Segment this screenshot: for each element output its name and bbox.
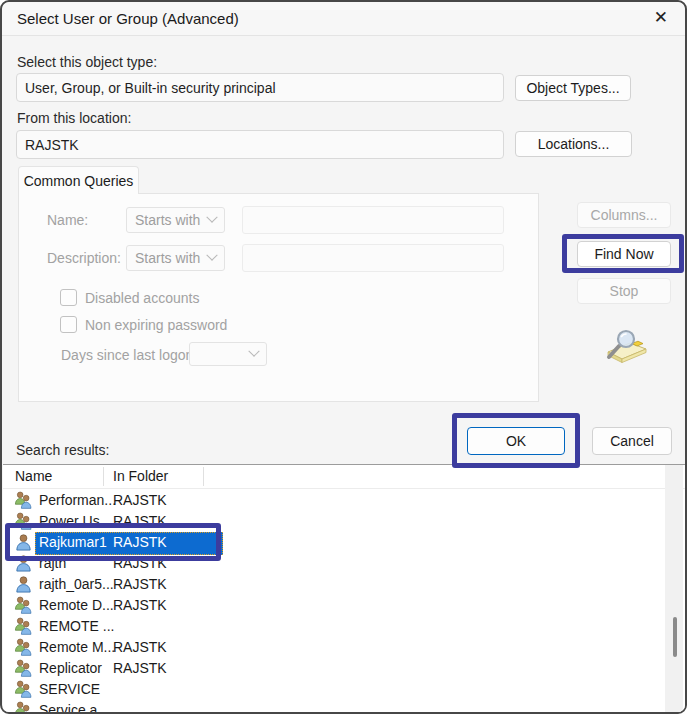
row-folder: RAJSTK [113,513,167,529]
close-icon[interactable]: ✕ [654,8,668,28]
ok-button[interactable]: OK [467,427,565,455]
select-user-group-advanced-dialog: Select User or Group (Advanced) ✕ Select… [0,0,687,714]
chevron-down-icon [206,250,217,261]
table-row[interactable]: rajth RAJSTK [3,553,666,574]
search-results-label: Search results: [16,442,109,458]
scrollbar-thumb[interactable] [673,617,677,657]
row-folder: RAJSTK [113,534,167,550]
object-type-field[interactable]: User, Group, or Built-in security princi… [16,73,504,102]
row-name: Remote M... [39,639,115,655]
table-row[interactable]: Replicator RAJSTK [3,658,666,679]
row-name: REMOTE ... [39,618,114,634]
row-name: Power Us... [39,513,111,529]
group-icon [14,595,33,615]
object-types-button[interactable]: Object Types... [515,75,631,101]
tab-common-queries[interactable]: Common Queries [18,166,139,194]
group-icon [14,700,33,714]
object-type-label: Select this object type: [17,54,157,70]
locations-button[interactable]: Locations... [515,131,632,157]
description-input[interactable] [242,244,504,272]
group-icon [14,511,33,531]
titlebar: Select User or Group (Advanced) ✕ [2,2,685,36]
search-magnifier-icon [602,328,650,365]
scrollbar-track[interactable] [665,465,683,714]
results-listview: Name In Folder Performan... RAJSTK [3,464,686,714]
results-header: Name In Folder [3,465,686,489]
table-row[interactable]: REMOTE ... [3,616,666,637]
description-label: Description: [47,250,121,266]
chevron-down-icon [248,346,259,357]
user-icon [14,553,33,573]
disabled-accounts-label: Disabled accounts [85,290,199,306]
column-divider[interactable] [103,467,104,486]
common-queries-panel: Name: Starts with Description: Starts wi… [18,193,539,402]
stop-button[interactable]: Stop [577,278,671,304]
chevron-down-icon [206,212,217,223]
row-name: Replicator [39,660,102,676]
columns-button[interactable]: Columns... [577,202,671,228]
table-row[interactable]: Remote M... RAJSTK [3,637,666,658]
table-row[interactable]: SERVICE [3,679,666,700]
table-row[interactable]: Performan... RAJSTK [3,490,666,511]
group-icon [14,616,33,636]
column-header-name[interactable]: Name [15,468,52,484]
table-row[interactable]: Remote D... RAJSTK [3,595,666,616]
row-name: Performan... [39,492,116,508]
description-operator-select[interactable]: Starts with [126,245,225,271]
user-icon [14,574,33,594]
row-name: SERVICE [39,681,100,697]
results-list: Performan... RAJSTK Power Us... RAJSTK [3,490,666,714]
window-title: Select User or Group (Advanced) [17,10,239,27]
disabled-accounts-checkbox[interactable] [60,289,77,306]
cancel-button[interactable]: Cancel [592,427,672,455]
user-icon [14,532,33,552]
table-row[interactable]: rajth_0ar5... RAJSTK [3,574,666,595]
row-folder: RAJSTK [113,639,167,655]
group-icon [14,490,33,510]
group-icon [14,658,33,678]
group-icon [14,637,33,657]
row-name: rajth_0ar5... [39,576,114,592]
column-divider[interactable] [203,467,204,486]
object-type-value: User, Group, or Built-in security princi… [25,80,276,96]
row-name: rajth [39,555,66,571]
name-operator-select[interactable]: Starts with [126,207,225,233]
location-value: RAJSTK [25,137,79,153]
description-operator-value: Starts with [135,250,200,266]
group-icon [14,679,33,699]
row-folder: RAJSTK [113,492,167,508]
row-folder: RAJSTK [113,576,167,592]
location-label: From this location: [17,110,131,126]
table-row[interactable]: Power Us... RAJSTK [3,511,666,532]
row-folder: RAJSTK [113,597,167,613]
column-header-in-folder[interactable]: In Folder [113,468,168,484]
name-operator-value: Starts with [135,212,200,228]
row-name: Service a... [39,702,109,714]
name-input[interactable] [242,206,504,234]
table-row[interactable]: Rajkumar1 RAJSTK [3,532,666,553]
non-expiring-password-label: Non expiring password [85,317,227,333]
days-since-logon-select[interactable] [189,342,267,366]
name-label: Name: [47,212,88,228]
find-now-button[interactable]: Find Now [577,241,671,267]
row-folder: RAJSTK [113,555,167,571]
row-folder: RAJSTK [113,660,167,676]
non-expiring-password-checkbox[interactable] [60,316,77,333]
location-field[interactable]: RAJSTK [16,130,504,159]
days-since-logon-label: Days since last logon: [61,347,197,363]
table-row[interactable]: Service a... [3,700,666,714]
row-name: Rajkumar1 [39,534,107,550]
row-name: Remote D... [39,597,114,613]
